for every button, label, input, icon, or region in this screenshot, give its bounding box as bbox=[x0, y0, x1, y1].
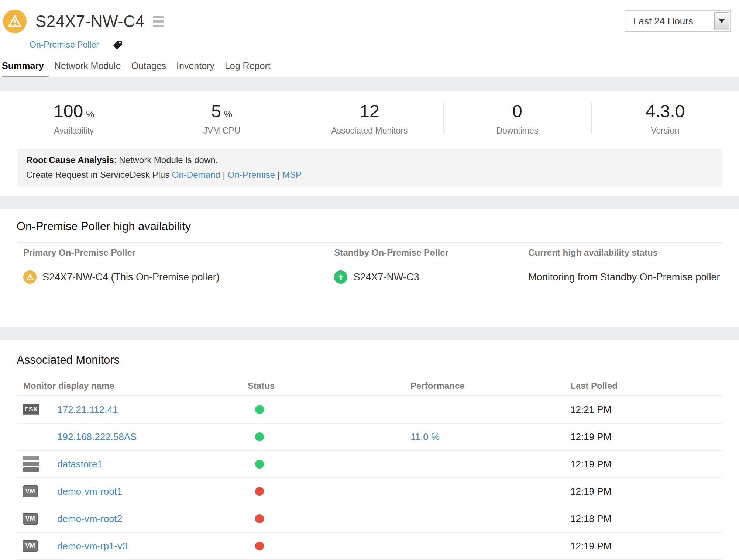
esx-monitor-icon: ESX bbox=[23, 404, 39, 415]
availability-value: 100 bbox=[54, 101, 83, 121]
tab-network-module[interactable]: Network Module bbox=[49, 61, 126, 77]
associated-monitors-value: 12 bbox=[360, 101, 379, 121]
rca-link-on-premise[interactable]: On-Premise bbox=[228, 170, 275, 180]
jvm-cpu-label: JVM CPU bbox=[148, 126, 295, 136]
monitor-name-link[interactable]: 192.168.222.58AS bbox=[57, 431, 137, 442]
stat-downtimes: 0 Downtimes bbox=[443, 101, 591, 136]
monitor-name-link[interactable]: demo-vm-root2 bbox=[57, 513, 122, 524]
availability-label: Availability bbox=[0, 126, 148, 136]
associated-monitors-card: Associated Monitors Monitor display name… bbox=[0, 340, 739, 560]
ha-table-row: S24X7-NW-C4 (This On-Premise poller) S24… bbox=[17, 263, 722, 291]
root-cause-analysis-box: Root Cause Analysis: Network Module is d… bbox=[17, 149, 722, 187]
last-polled-time: 12:19 PM bbox=[570, 540, 722, 552]
table-row: datastore1 12:19 PM bbox=[17, 451, 722, 478]
last-polled-time: 12:19 PM bbox=[570, 431, 722, 443]
stat-associated-monitors: 12 Associated Monitors bbox=[296, 101, 443, 136]
stat-jvm-cpu: 5% JVM CPU bbox=[148, 101, 295, 136]
ha-primary-name: S24X7-NW-C4 (This On-Premise poller) bbox=[42, 272, 220, 283]
vm-monitor-icon: VM bbox=[23, 540, 38, 552]
last-polled-time: 12:21 PM bbox=[570, 404, 722, 415]
table-row: VM demo-vm-rp1-v3 12:19 PM bbox=[17, 533, 722, 560]
section-divider bbox=[0, 196, 739, 209]
downtimes-value: 0 bbox=[512, 101, 522, 121]
availability-unit: % bbox=[86, 109, 94, 119]
monitor-name-link[interactable]: datastore1 bbox=[57, 459, 103, 470]
rca-link-on-demand[interactable]: On-Demand bbox=[172, 170, 220, 180]
last-polled-time: 12:18 PM bbox=[570, 513, 722, 525]
status-dot bbox=[255, 405, 264, 414]
rca-title: Root Cause Analysis bbox=[26, 155, 114, 165]
vm-monitor-icon: VM bbox=[23, 485, 38, 497]
no-monitor-icon bbox=[23, 431, 39, 443]
status-dot bbox=[255, 432, 264, 441]
col-monitor-name: Monitor display name bbox=[17, 381, 248, 391]
rca-message: : Network Module is down. bbox=[114, 155, 218, 165]
tag-icon[interactable] bbox=[112, 39, 123, 50]
datastore-monitor-icon bbox=[23, 456, 39, 473]
stat-version: 4.3.0 Version bbox=[591, 101, 739, 136]
page-header: S24X7-NW-C4 On-Premise Poller Last 24 Ho… bbox=[0, 0, 739, 50]
page-title: S24X7-NW-C4 bbox=[35, 12, 145, 31]
monitor-name-link[interactable]: demo-vm-rp1-v3 bbox=[57, 540, 128, 552]
stats-row: 100% Availability 5% JVM CPU 12 Associat… bbox=[0, 91, 739, 136]
status-dot bbox=[255, 542, 264, 550]
downtimes-label: Downtimes bbox=[443, 126, 591, 136]
time-range-value: Last 24 Hours bbox=[625, 15, 713, 27]
monitors-section-title: Associated Monitors bbox=[17, 353, 722, 367]
warning-status-icon bbox=[23, 270, 37, 284]
stat-availability: 100% Availability bbox=[0, 101, 148, 136]
status-dot bbox=[255, 487, 264, 496]
hamburger-menu-icon[interactable] bbox=[153, 16, 164, 27]
table-row: 192.168.222.58AS 11.0 % 12:19 PM bbox=[17, 424, 722, 451]
rca-line: Root Cause Analysis: Network Module is d… bbox=[26, 153, 713, 167]
rca-link-separator: | bbox=[275, 170, 282, 180]
ha-section-title: On-Premise Poller high availability bbox=[17, 220, 722, 233]
ha-table-header: Primary On-Premise Poller Standby On-Pre… bbox=[17, 242, 722, 263]
performance-value-link[interactable]: 11.0 % bbox=[410, 431, 440, 442]
rca-link-separator: | bbox=[220, 170, 228, 180]
col-performance: Performance bbox=[410, 381, 570, 391]
ha-primary-cell: S24X7-NW-C4 (This On-Premise poller) bbox=[17, 270, 334, 284]
version-value: 4.3.0 bbox=[645, 101, 685, 121]
chevron-down-icon bbox=[719, 19, 725, 23]
vm-monitor-icon: VM bbox=[23, 513, 38, 525]
ha-col-primary: Primary On-Premise Poller bbox=[17, 248, 334, 258]
section-divider bbox=[0, 77, 739, 91]
tab-inventory[interactable]: Inventory bbox=[171, 61, 220, 77]
col-last-polled: Last Polled bbox=[570, 381, 722, 391]
ha-standby-name: S24X7-NW-C3 bbox=[353, 272, 419, 283]
tab-summary[interactable]: Summary bbox=[2, 61, 49, 77]
tab-outages[interactable]: Outages bbox=[126, 61, 172, 77]
ha-standby-cell: S24X7-NW-C3 bbox=[334, 270, 528, 284]
last-polled-time: 12:19 PM bbox=[570, 486, 722, 497]
up-arrow-icon bbox=[334, 270, 347, 284]
monitor-name-link[interactable]: demo-vm-root1 bbox=[57, 486, 122, 497]
ha-table: Primary On-Premise Poller Standby On-Pre… bbox=[17, 242, 722, 291]
warning-triangle-icon bbox=[8, 15, 22, 28]
section-divider bbox=[0, 327, 739, 340]
ha-col-status: Current high availability status bbox=[528, 248, 722, 258]
table-row: VM demo-vm-root1 12:19 PM bbox=[17, 478, 722, 505]
time-range-dropdown[interactable]: Last 24 Hours bbox=[625, 10, 731, 32]
status-dot bbox=[255, 514, 264, 523]
rca-link-msp[interactable]: MSP bbox=[282, 170, 302, 180]
monitors-table-header: Monitor display name Status Performance … bbox=[17, 376, 722, 396]
high-availability-card: On-Premise Poller high availability Prim… bbox=[0, 209, 739, 327]
col-status: Status bbox=[248, 381, 410, 391]
table-row: VM demo-vm-root2 12:18 PM bbox=[17, 505, 722, 533]
table-row: ESX 172.21.112.41 12:21 PM bbox=[17, 396, 722, 424]
jvm-cpu-unit: % bbox=[224, 109, 232, 119]
rca-request-line: Create Request in ServiceDesk Plus On-De… bbox=[26, 167, 713, 182]
monitor-name-link[interactable]: 172.21.112.41 bbox=[57, 404, 118, 415]
monitors-table: Monitor display name Status Performance … bbox=[17, 376, 722, 560]
version-label: Version bbox=[591, 126, 739, 136]
associated-monitors-label: Associated Monitors bbox=[296, 126, 443, 136]
monitor-type-link[interactable]: On-Premise Poller bbox=[30, 40, 99, 50]
last-polled-time: 12:19 PM bbox=[570, 459, 722, 470]
tab-log-report[interactable]: Log Report bbox=[220, 61, 276, 77]
status-dot bbox=[255, 460, 264, 469]
tab-bar: Summary Network Module Outages Inventory… bbox=[0, 61, 739, 77]
dropdown-button[interactable] bbox=[714, 12, 729, 30]
jvm-cpu-value: 5 bbox=[211, 101, 221, 121]
summary-stats-card: 100% Availability 5% JVM CPU 12 Associat… bbox=[0, 91, 739, 196]
